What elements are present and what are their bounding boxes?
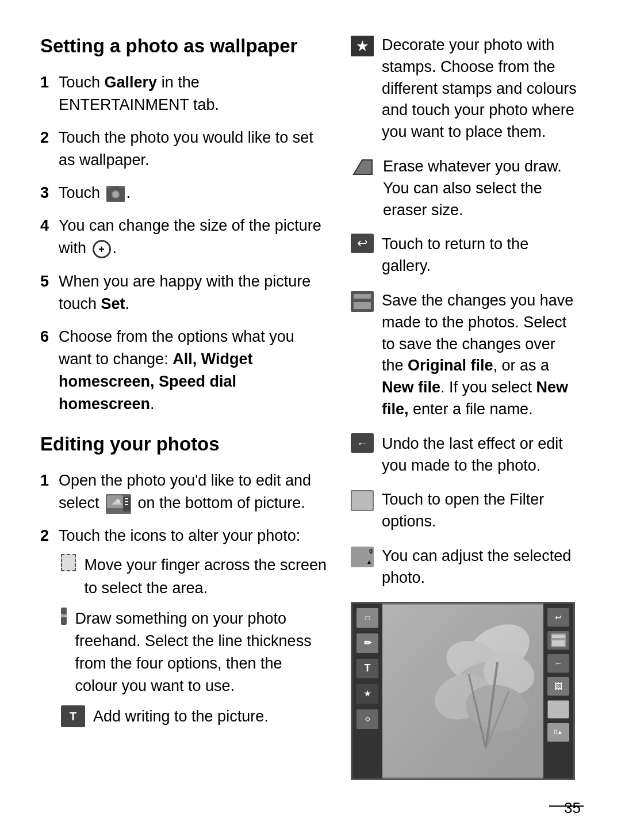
editor-left-toolbar: □ ✏ T ★ ◇ — [352, 604, 382, 778]
sub-item-text: Draw something on your photo freehand. S… — [75, 608, 328, 698]
step-5: 5 When you are happy with the picture to… — [40, 270, 328, 315]
svg-rect-26 — [382, 605, 543, 777]
sub-item-select: Move your finger across the screen to se… — [59, 554, 328, 728]
rtool-adjust: 0▲ — [547, 723, 569, 742]
editing-steps: 1 Open the photo you'd like to edit and … — [40, 469, 328, 728]
photo-svg — [382, 604, 543, 778]
filter-icon — [351, 490, 374, 511]
step-4: 4 You can change the size of the picture… — [40, 215, 328, 259]
page-container: Setting a photo as wallpaper 1 Touch Gal… — [0, 0, 621, 840]
right-column: ★ Decorate your photo with stamps. Choos… — [351, 35, 581, 805]
svg-point-2 — [113, 192, 118, 197]
tool-eraser: ◇ — [356, 709, 378, 729]
back-text: Touch to return to the gallery. — [382, 234, 581, 277]
filter-text: Touch to open the Filter options. — [382, 489, 581, 533]
icon-row-save: Save the changes you have made to the ph… — [351, 290, 581, 421]
sub-item-row: Add writing to the picture. — [59, 705, 328, 728]
undo-text: Undo the last effect or edit you made to… — [382, 433, 581, 477]
adjust-text: You can adjust the selected photo. — [382, 545, 581, 589]
tool-text: T — [356, 659, 378, 678]
step-text-block: Touch the icons to alter your photo: Mov… — [59, 525, 328, 728]
rtool-filter — [547, 700, 569, 719]
step-num: 2 — [40, 127, 53, 171]
step-text: Touch . — [59, 182, 131, 204]
edit-step-1: 1 Open the photo you'd like to edit and … — [40, 469, 328, 514]
icon-row-adjust: You can adjust the selected photo. — [351, 545, 581, 589]
stamp-icon: ★ — [351, 36, 374, 56]
step-intro: Touch the icons to alter your photo: — [59, 527, 300, 544]
photo-editor-screenshot: □ ✏ T ★ ◇ — [351, 602, 575, 780]
svg-point-7 — [117, 499, 120, 503]
step-num: 1 — [40, 71, 53, 116]
step-num: 6 — [40, 326, 53, 416]
editor-photo — [382, 604, 543, 778]
step-num: 5 — [40, 270, 53, 315]
back-gallery-icon: ↩ — [351, 234, 374, 253]
adjust-icon — [351, 547, 374, 567]
camera-icon — [106, 186, 125, 202]
step-6: 6 Choose from the options what you want … — [40, 326, 328, 416]
step-1: 1 Touch Gallery in the ENTERTAINMENT tab… — [40, 71, 328, 116]
left-column: Setting a photo as wallpaper 1 Touch Gal… — [40, 35, 328, 805]
rtool-back: ↩ — [547, 608, 569, 627]
step-text: Touch the photo you would like to set as… — [59, 127, 328, 171]
step-text: When you are happy with the picture touc… — [59, 270, 328, 315]
wallpaper-steps: 1 Touch Gallery in the ENTERTAINMENT tab… — [40, 71, 328, 416]
sub-item-text: Move your finger across the screen to se… — [84, 554, 328, 599]
icon-row-stamp: ★ Decorate your photo with stamps. Choos… — [351, 35, 581, 143]
step-3: 3 Touch . — [40, 182, 328, 204]
rtool-save — [547, 631, 569, 650]
undo-icon: ← — [351, 433, 374, 453]
select-area-icon — [61, 554, 76, 571]
svg-rect-3 — [112, 186, 119, 189]
edit-step-2: 2 Touch the icons to alter your photo: M… — [40, 525, 328, 728]
svg-text:★: ★ — [356, 39, 369, 54]
icon-row-filter: Touch to open the Filter options. — [351, 489, 581, 533]
section1-title: Setting a photo as wallpaper — [40, 35, 328, 58]
rtool-undo: ← — [547, 654, 569, 673]
sub-item-row: Move your finger across the screen to se… — [59, 554, 328, 599]
resize-icon — [93, 240, 111, 258]
editor-right-toolbar: ↩ ← 🖼 0▲ — [543, 604, 573, 778]
icon-row-eraser: Erase whatever you draw. You can also se… — [351, 156, 581, 221]
step-num: 4 — [40, 215, 53, 259]
rtool-photo: 🖼 — [547, 677, 569, 696]
icon-row-back: ↩ Touch to return to the gallery. — [351, 234, 581, 277]
page-number: 35 — [564, 799, 581, 817]
save-icon — [351, 291, 374, 312]
step-num: 2 — [40, 525, 53, 728]
stamp-text: Decorate your photo with stamps. Choose … — [382, 35, 581, 143]
tool-select: □ — [356, 608, 378, 628]
eraser-text: Erase whatever you draw. You can also se… — [383, 156, 581, 221]
step-2: 2 Touch the photo you would like to set … — [40, 127, 328, 171]
icon-row-undo: ← Undo the last effect or edit you made … — [351, 433, 581, 477]
section2-title: Editing your photos — [40, 433, 328, 456]
sub-item-row: Draw something on your photo freehand. S… — [59, 608, 328, 698]
sub-item-text: Add writing to the picture. — [93, 705, 269, 728]
tool-stamp: ★ — [356, 684, 378, 704]
save-text: Save the changes you have made to the ph… — [382, 290, 581, 421]
step-text: Choose from the options what you want to… — [59, 326, 328, 416]
step-text: Touch Gallery in the ENTERTAINMENT tab. — [59, 71, 328, 116]
svg-marker-14 — [354, 160, 372, 174]
step-num: 3 — [40, 182, 53, 204]
eraser-icon — [351, 157, 375, 185]
step-num: 1 — [40, 469, 53, 514]
text-icon — [61, 705, 85, 727]
step-text: You can change the size of the picture w… — [59, 215, 328, 259]
draw-icon — [61, 608, 67, 625]
step-text: Open the photo you'd like to edit and se… — [59, 469, 328, 514]
tool-draw: ✏ — [356, 633, 378, 653]
